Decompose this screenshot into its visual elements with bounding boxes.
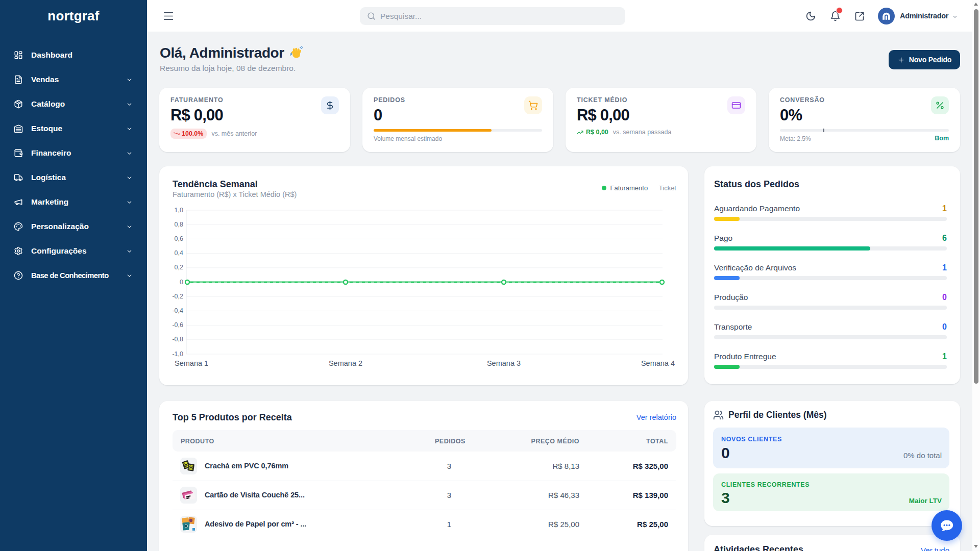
svg-text:Semana 4: Semana 4 — [641, 359, 675, 367]
svg-text:0,8: 0,8 — [175, 221, 183, 228]
svg-text:-0,2: -0,2 — [172, 293, 183, 300]
svg-text:-0,4: -0,4 — [172, 307, 183, 314]
svg-text:-0,6: -0,6 — [172, 321, 183, 329]
svg-text:Semana 2: Semana 2 — [329, 359, 362, 367]
svg-text:Semana 1: Semana 1 — [175, 359, 208, 367]
svg-text:0,2: 0,2 — [175, 264, 183, 271]
svg-text:-1,0: -1,0 — [172, 350, 183, 358]
svg-text:-0,8: -0,8 — [172, 336, 183, 343]
svg-text:0: 0 — [180, 279, 183, 286]
svg-text:1,0: 1,0 — [175, 207, 183, 214]
svg-text:Semana 3: Semana 3 — [487, 359, 521, 367]
svg-text:0,6: 0,6 — [175, 235, 183, 242]
svg-text:0,4: 0,4 — [175, 249, 183, 257]
